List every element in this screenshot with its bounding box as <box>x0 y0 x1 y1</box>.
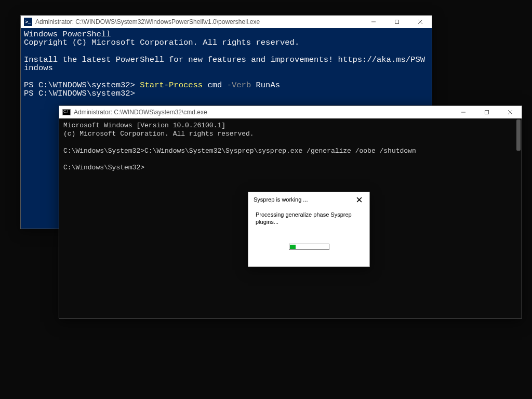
minimize-button[interactable] <box>362 16 385 28</box>
cmd-prompt-2: C:\Windows\System32> <box>63 164 144 171</box>
ps-prompt-2: PS C:\WINDOWS\system32> <box>24 89 135 98</box>
sysprep-progress-bar <box>289 244 329 250</box>
powershell-icon: >_ <box>24 18 32 26</box>
cmd-prompt-1: C:\Windows\System32>C:\Windows\System32\… <box>63 147 416 155</box>
close-button[interactable] <box>498 106 522 118</box>
powershell-body[interactable]: Windows PowerShell Copyright (C) Microso… <box>21 28 432 100</box>
scrollbar-thumb[interactable] <box>516 119 521 151</box>
cmd-icon: C:\ <box>62 109 71 115</box>
minimize-button[interactable] <box>451 106 475 118</box>
close-button[interactable] <box>408 16 432 28</box>
svg-rect-1 <box>395 20 398 24</box>
maximize-button[interactable] <box>385 16 408 28</box>
sysprep-title: Sysprep is working ... <box>254 196 352 203</box>
sysprep-body: Processing generalize phase Sysprep plug… <box>248 207 369 250</box>
sysprep-dialog: Sysprep is working ... Processing genera… <box>248 192 370 267</box>
ps-banner-2: Copyright (C) Microsoft Corporation. All… <box>24 38 299 47</box>
sysprep-progress-fill <box>290 245 296 249</box>
cmd-window-controls <box>451 106 522 118</box>
powershell-window-controls <box>362 16 432 28</box>
ps-install-hint: Install the latest PowerShell for new fe… <box>24 55 425 73</box>
powershell-title: Administrator: C:\WINDOWS\System32\Windo… <box>35 18 362 25</box>
sysprep-titlebar[interactable]: Sysprep is working ... <box>248 192 369 207</box>
cmd-banner-1: Microsoft Windows [Version 10.0.26100.1] <box>63 122 225 129</box>
maximize-button[interactable] <box>475 106 498 118</box>
close-button[interactable] <box>352 194 366 205</box>
powershell-titlebar[interactable]: >_ Administrator: C:\WINDOWS\System32\Wi… <box>21 16 432 28</box>
cmd-titlebar[interactable]: C:\ Administrator: C:\WINDOWS\system32\c… <box>59 106 522 118</box>
svg-rect-5 <box>485 111 488 114</box>
sysprep-message: Processing generalize phase Sysprep plug… <box>256 211 362 226</box>
cmd-banner-2: (c) Microsoft Corporation. All rights re… <box>63 130 254 138</box>
cmd-title: Administrator: C:\WINDOWS\system32\cmd.e… <box>74 109 451 116</box>
